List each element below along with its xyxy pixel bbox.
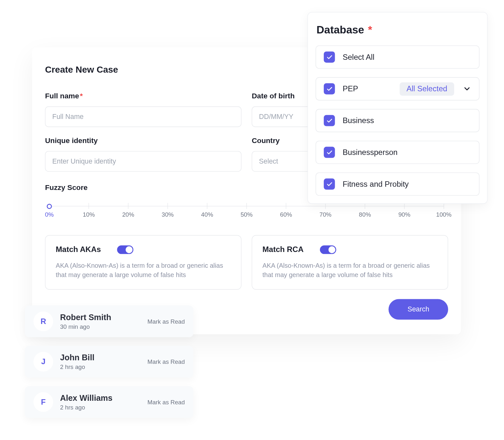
- activity-meta: John Bill2 hrs ago: [60, 353, 147, 370]
- activity-item: RRobert Smith30 min agoMark as Read: [25, 306, 193, 337]
- slider-tick-label: 100%: [436, 211, 452, 218]
- db-select-all[interactable]: Select All: [316, 46, 480, 69]
- slider-tick-label: 40%: [201, 211, 213, 218]
- rca-desc: AKA (Also-Known-As) is a term for a broa…: [262, 261, 438, 280]
- slider-tick: [286, 203, 286, 209]
- slider-tick-label: 60%: [280, 211, 292, 218]
- activity-item: FAlex Williams2 hrs agoMark as Read: [25, 386, 193, 418]
- activity-item: JJohn Bill2 hrs agoMark as Read: [25, 346, 193, 378]
- db-item[interactable]: Businessperson: [316, 141, 480, 164]
- db-item-label: PEP: [343, 84, 358, 93]
- aka-toggle[interactable]: [117, 245, 134, 254]
- checkbox-icon[interactable]: [324, 51, 335, 63]
- rca-title: Match RCA: [262, 245, 304, 254]
- checkbox-icon[interactable]: [324, 178, 335, 190]
- field-uid: Unique identity: [45, 137, 241, 172]
- selection-badge: All Selected: [400, 82, 454, 95]
- db-item[interactable]: PEPAll Selected: [316, 77, 480, 100]
- db-item[interactable]: Fitness and Probity: [316, 173, 480, 196]
- full-name-label: Full name*: [45, 92, 241, 101]
- slider-handle[interactable]: [47, 204, 52, 209]
- mark-as-read-button[interactable]: Mark as Read: [147, 399, 185, 405]
- slider-tick-label: 90%: [398, 211, 410, 218]
- slider-tick: [444, 203, 444, 209]
- slider-tick-label: 30%: [162, 211, 173, 218]
- avatar: F: [33, 392, 53, 412]
- slider-tick: [89, 203, 89, 209]
- slider-tick: [128, 203, 128, 209]
- slider-tick-label: 80%: [359, 211, 371, 218]
- slider-tick: [404, 203, 404, 209]
- database-title: Database *: [316, 23, 479, 36]
- activity-time: 2 hrs ago: [60, 364, 147, 370]
- db-item-label: Fitness and Probity: [343, 180, 409, 189]
- search-button[interactable]: Search: [389, 299, 448, 319]
- avatar: J: [33, 352, 53, 372]
- db-item-label: Businessperson: [343, 148, 398, 157]
- mark-as-read-button[interactable]: Mark as Read: [147, 318, 185, 325]
- slider-tick: [325, 203, 326, 209]
- aka-card: Match AKAs AKA (Also-Known-As) is a term…: [45, 235, 241, 290]
- slider-tick-label: 50%: [241, 211, 252, 218]
- slider-tick: [246, 203, 247, 209]
- uid-input[interactable]: [45, 151, 241, 172]
- slider-tick-label: 70%: [320, 211, 332, 218]
- country-placeholder: Select: [259, 157, 278, 165]
- rca-card: Match RCA AKA (Also-Known-As) is a term …: [252, 235, 448, 290]
- slider-tick: [365, 203, 365, 209]
- field-full-name: Full name*: [45, 92, 241, 127]
- slider-tick-label: 0%: [45, 211, 54, 218]
- slider-tick: [207, 203, 207, 209]
- slider-tick-label: 20%: [122, 211, 134, 218]
- toggle-cards: Match AKAs AKA (Also-Known-As) is a term…: [45, 235, 448, 290]
- uid-label: Unique identity: [45, 137, 241, 145]
- activity-name: John Bill: [60, 353, 147, 363]
- rca-toggle[interactable]: [320, 245, 336, 254]
- activity-name: Robert Smith: [60, 313, 147, 322]
- chevron-down-icon[interactable]: [463, 85, 471, 93]
- aka-desc: AKA (Also-Known-As) is a term for a broa…: [56, 261, 231, 280]
- activity-time: 2 hrs ago: [60, 404, 147, 410]
- db-item-label: Select All: [343, 53, 375, 62]
- avatar: R: [33, 311, 53, 331]
- slider-tick-label: 10%: [83, 211, 95, 218]
- db-item-label: Business: [343, 116, 374, 125]
- full-name-input[interactable]: [45, 106, 241, 127]
- checkbox-icon[interactable]: [324, 115, 335, 126]
- checkbox-icon[interactable]: [324, 83, 335, 94]
- activity-time: 30 min ago: [60, 323, 147, 330]
- activity-meta: Alex Williams2 hrs ago: [60, 393, 147, 410]
- db-item[interactable]: Business: [316, 109, 480, 132]
- mark-as-read-button[interactable]: Mark as Read: [147, 358, 185, 365]
- activity-name: Alex Williams: [60, 393, 147, 403]
- checkbox-icon[interactable]: [324, 147, 335, 158]
- database-panel: Database * Select All PEPAll SelectedBus…: [307, 12, 488, 204]
- activity-meta: Robert Smith30 min ago: [60, 313, 147, 330]
- aka-title: Match AKAs: [56, 245, 101, 254]
- activity-list: RRobert Smith30 min agoMark as ReadJJohn…: [25, 306, 193, 427]
- slider-tick: [167, 203, 168, 209]
